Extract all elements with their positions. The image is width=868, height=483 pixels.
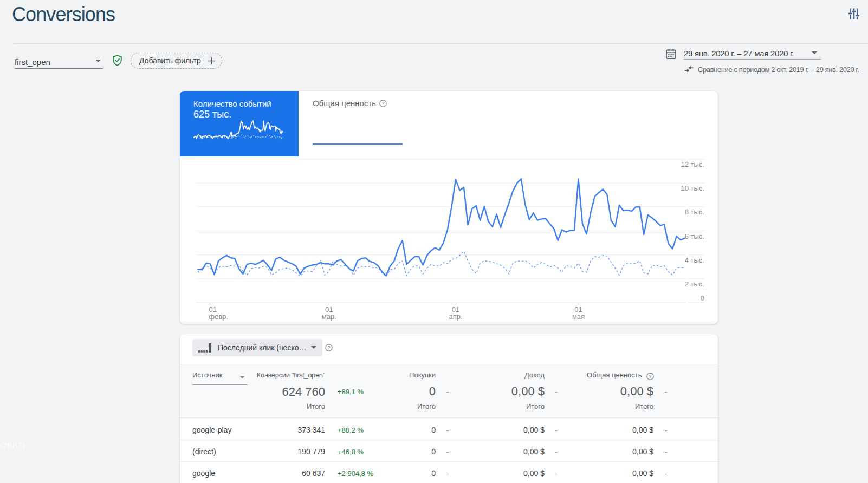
header-divider: [14, 43, 868, 44]
svg-text:8 тыс.: 8 тыс.: [685, 208, 704, 216]
conversions-report: Conversions first_open Добавить фильтр 2…: [0, 0, 868, 483]
svg-text:?: ?: [327, 345, 330, 350]
col-purchases: Покупки: [409, 371, 436, 379]
col-ltv: Общая ценность: [587, 371, 642, 379]
attribution-model[interactable]: Последний клик (неско…: [192, 339, 322, 356]
verified-icon: [113, 55, 122, 66]
timeseries-chart: 12 тыс.10 тыс.8 тыс.6 тыс.4 тыс.2 тыс.0 …: [180, 91, 718, 324]
col-conversions: Конверсии "first_open": [257, 371, 325, 379]
svg-text:12 тыс.: 12 тыс.: [681, 160, 704, 168]
attribution-help: ?: [325, 344, 333, 351]
add-filter[interactable]: Добавить фильтр: [131, 53, 222, 69]
toolbar-divider: [180, 364, 718, 364]
svg-text:0: 0: [701, 294, 704, 302]
svg-text:?: ?: [649, 374, 651, 379]
customize-icon[interactable]: [848, 8, 859, 19]
refresh-ghost: ОБНОВИТЬ: [0, 441, 28, 449]
svg-text:4 тыс.: 4 тыс.: [685, 256, 704, 264]
svg-text:10 тыс.: 10 тыс.: [681, 184, 704, 192]
svg-text:2 тыс.: 2 тыс.: [685, 280, 704, 288]
svg-text:мар.: мар.: [322, 312, 336, 321]
svg-text:апр.: апр.: [449, 312, 462, 321]
svg-text:февр.: февр.: [209, 312, 229, 321]
col-revenue: Доход: [524, 371, 545, 379]
col-source: Источник: [192, 371, 223, 379]
svg-text:мая: мая: [572, 312, 585, 321]
page-title: Conversions: [12, 3, 115, 26]
svg-text:6 тыс.: 6 тыс.: [685, 232, 704, 240]
